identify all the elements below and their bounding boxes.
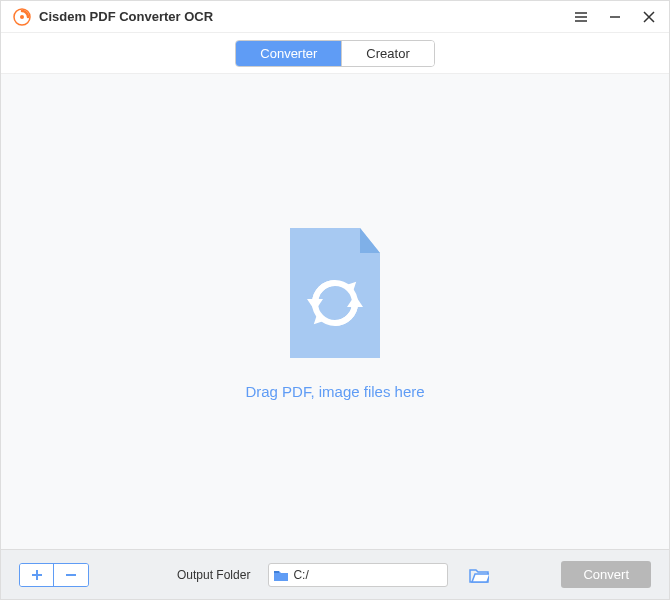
mode-tabbar: Converter Creator: [1, 33, 669, 73]
output-folder-label: Output Folder: [177, 568, 250, 582]
drop-zone-text: Drag PDF, image files here: [245, 383, 424, 400]
footer-bar: Output Folder C:/ Convert: [1, 549, 669, 599]
window-controls: [573, 9, 657, 25]
drop-zone[interactable]: Drag PDF, image files here: [1, 73, 669, 549]
app-window: Cisdem PDF Converter OCR Converter Creat…: [0, 0, 670, 600]
add-remove-group: [19, 563, 89, 587]
output-folder-path: C:/: [293, 568, 443, 582]
convert-button[interactable]: Convert: [561, 561, 651, 588]
titlebar: Cisdem PDF Converter OCR: [1, 1, 669, 33]
app-logo-icon: [13, 8, 31, 26]
tab-creator[interactable]: Creator: [342, 41, 433, 66]
document-refresh-icon: [280, 223, 390, 363]
tab-converter[interactable]: Converter: [236, 41, 342, 66]
mode-tab-group: Converter Creator: [235, 40, 434, 67]
svg-rect-6: [274, 571, 279, 573]
folder-icon: [273, 568, 289, 582]
output-folder-field[interactable]: C:/: [268, 563, 448, 587]
close-icon[interactable]: [641, 9, 657, 25]
svg-point-1: [20, 15, 24, 19]
app-title: Cisdem PDF Converter OCR: [39, 9, 573, 24]
remove-file-button[interactable]: [54, 564, 88, 586]
minimize-icon[interactable]: [607, 9, 623, 25]
browse-folder-button[interactable]: [468, 564, 490, 586]
add-file-button[interactable]: [20, 564, 54, 586]
menu-icon[interactable]: [573, 9, 589, 25]
